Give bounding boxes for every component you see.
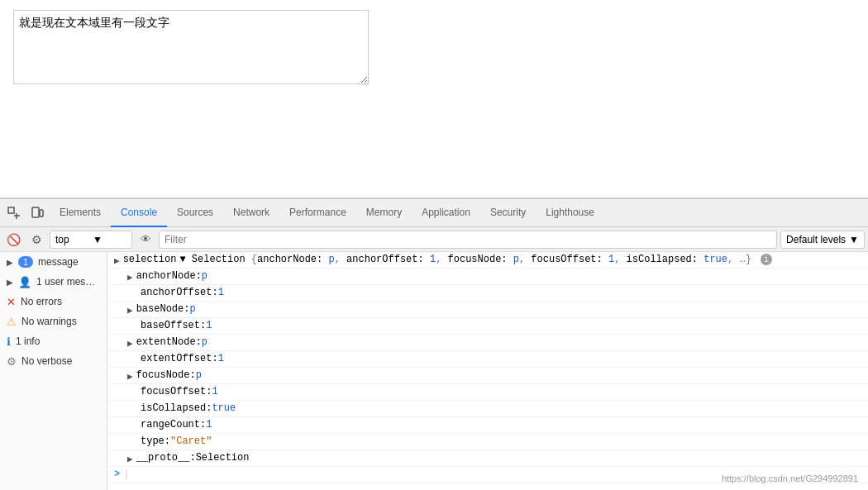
focus-offset-key: focusOffset: (141, 386, 212, 397)
context-selector[interactable]: top ▼ (50, 231, 132, 249)
selection-open: ▼ (179, 254, 191, 265)
anchor-offset-val: 1 (218, 287, 224, 298)
console-toolbar: 🚫 ⚙ top ▼ 👁 Default levels ▼ (0, 227, 868, 252)
sel-collapsed-key: isCollapsed: (627, 254, 704, 265)
console-settings-icon[interactable]: ⚙ (26, 230, 46, 250)
focus-node-val: p (196, 369, 202, 381)
sel-focus-node-key: focusNode: (448, 254, 513, 265)
sel-focus-node-val: p (513, 254, 519, 265)
sidebar-item-errors[interactable]: ✕ No errors (0, 292, 107, 312)
console-row-base-offset: baseOffset: 1 (107, 318, 868, 335)
console-row-focus-offset: focusOffset: 1 (107, 384, 868, 401)
verbose-label: No verbose (21, 355, 72, 367)
warnings-label: No warnings (21, 316, 77, 327)
error-icon: ✕ (7, 296, 16, 308)
console-body: ▶ 1 message ▶ 👤 1 user mes… ✕ No errors … (0, 252, 868, 490)
sidebar-item-verbose[interactable]: ⚙ No verbose (0, 351, 107, 371)
console-row-range-count: rangeCount: 1 (107, 417, 868, 434)
console-main: ▶ selection ▼ Selection {anchorNode: p, … (107, 252, 868, 490)
proto-arrow[interactable]: ▶ (127, 454, 133, 464)
sel-sep1: , (335, 254, 346, 265)
console-row-anchor-node: ▶ anchorNode: p (107, 269, 868, 285)
info-icon: ℹ (7, 335, 11, 348)
extent-node-val: p (202, 336, 207, 348)
console-row-base-node: ▶ baseNode: p (107, 302, 868, 318)
webpage-area: 就是现在文本域里有一段文字 (0, 0, 868, 198)
devtools-tabs-bar: Elements Console Sources Network Perform… (0, 199, 868, 227)
demo-textarea[interactable]: 就是现在文本域里有一段文字 (13, 10, 369, 84)
anchor-node-key: anchorNode: (136, 270, 202, 282)
prompt-chevron: > (114, 469, 120, 480)
console-row-is-collapsed: isCollapsed: true (107, 401, 868, 417)
filter-input[interactable] (159, 231, 777, 249)
range-count-key: rangeCount: (141, 419, 206, 431)
proto-key: __proto__: (136, 452, 196, 464)
console-row-proto: ▶ __proto__: Selection (107, 450, 868, 467)
console-row-extent-offset: extentOffset: 1 (107, 351, 868, 368)
sel-sep4: , (614, 254, 626, 265)
extent-offset-key: extentOffset: (141, 353, 218, 364)
user-icon: 👤 (18, 276, 31, 288)
focus-node-key: focusNode: (136, 369, 196, 381)
sidebar-item-user-messages[interactable]: ▶ 👤 1 user mes… (0, 272, 107, 292)
url-bar: https://blog.csdn.net/G294992891 (722, 473, 858, 483)
messages-label: message (38, 256, 79, 268)
device-toolbar-icon[interactable] (26, 202, 48, 224)
tab-memory[interactable]: Memory (356, 199, 412, 227)
console-sidebar: ▶ 1 message ▶ 👤 1 user mes… ✕ No errors … (0, 252, 107, 490)
focus-offset-val: 1 (212, 386, 217, 397)
selection-brace-open: { (251, 254, 257, 265)
inspect-element-icon[interactable] (3, 202, 25, 224)
tab-security[interactable]: Security (480, 199, 536, 227)
proto-val: Selection (196, 452, 250, 464)
errors-label: No errors (21, 296, 62, 307)
selection-anchor-node-val: p (328, 254, 334, 265)
anchor-node-val: p (202, 270, 207, 282)
tab-network[interactable]: Network (223, 199, 279, 227)
type-key: type: (141, 435, 170, 447)
messages-badge: 1 (18, 256, 33, 268)
base-node-key: baseNode: (136, 303, 190, 315)
row-content-selection: ▼ Selection {anchorNode: p, anchorOffset… (179, 254, 865, 265)
info-tooltip-icon[interactable]: i (761, 254, 772, 265)
row-label-selection: selection (123, 254, 177, 265)
default-levels-button[interactable]: Default levels ▼ (780, 231, 865, 249)
svg-rect-0 (8, 207, 14, 213)
base-offset-key: baseOffset: (141, 320, 206, 331)
user-messages-label: 1 user mes… (36, 276, 95, 288)
base-node-val: p (189, 303, 195, 315)
range-count-val: 1 (206, 419, 212, 431)
clear-console-icon[interactable]: 🚫 (3, 230, 23, 250)
selection-class: Selection (192, 254, 251, 265)
user-messages-arrow-icon: ▶ (7, 278, 13, 287)
context-value: top (55, 234, 89, 245)
tab-performance[interactable]: Performance (279, 199, 356, 227)
tab-elements[interactable]: Elements (50, 199, 111, 227)
context-dropdown-arrow: ▼ (93, 234, 126, 245)
default-levels-label: Default levels (786, 234, 846, 245)
sel-sep2: , (436, 254, 447, 265)
tab-application[interactable]: Application (412, 199, 480, 227)
console-row-extent-node: ▶ extentNode: p (107, 335, 868, 351)
type-val: "Caret" (170, 435, 212, 447)
console-row-focus-node: ▶ focusNode: p (107, 368, 868, 384)
tab-lighthouse[interactable]: Lighthouse (536, 199, 604, 227)
devtools-panel: Elements Console Sources Network Perform… (0, 198, 868, 490)
is-collapsed-key: isCollapsed: (141, 402, 212, 414)
tab-sources[interactable]: Sources (167, 199, 223, 227)
extent-node-arrow[interactable]: ▶ (127, 338, 133, 349)
sidebar-item-messages[interactable]: ▶ 1 message (0, 252, 107, 272)
base-node-arrow[interactable]: ▶ (127, 305, 133, 316)
focus-node-arrow[interactable]: ▶ (127, 371, 133, 382)
sel-focus-offset-key: focusOffset: (531, 254, 608, 265)
live-expression-icon[interactable]: 👁 (136, 230, 155, 250)
tab-console[interactable]: Console (111, 199, 167, 227)
sidebar-item-info[interactable]: ℹ 1 info (0, 331, 107, 351)
sel-collapsed-val: true (703, 254, 727, 265)
anchor-node-arrow[interactable]: ▶ (127, 272, 133, 283)
sel-ellipsis: , …} (727, 254, 751, 265)
row-expand-arrow[interactable]: ▶ (114, 255, 120, 266)
sel-anchor-offset-key: anchorOffset: (346, 254, 430, 265)
sidebar-item-warnings[interactable]: ⚠ No warnings (0, 312, 107, 331)
messages-arrow-icon: ▶ (7, 258, 13, 267)
